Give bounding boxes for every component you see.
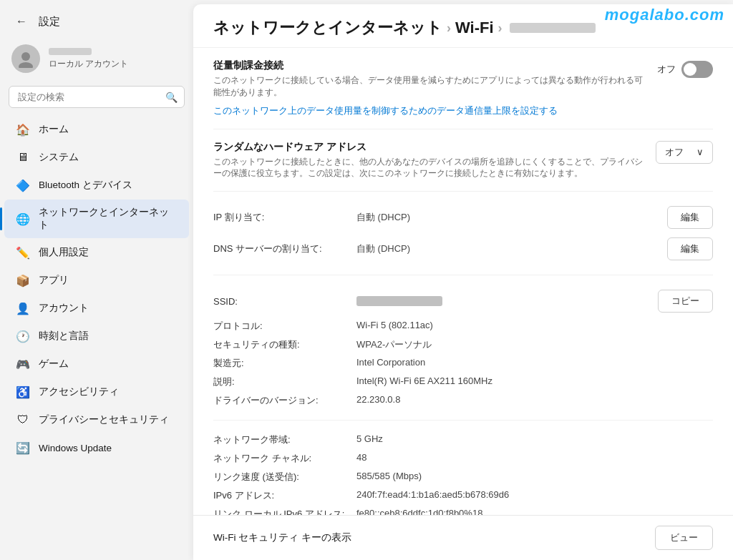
random-hw-dropdown[interactable]: オフ ∨: [656, 141, 713, 164]
bottom-bar: Wi-Fi セキュリティ キーの表示 ビュー: [193, 515, 733, 560]
sidebar-item-label: アカウント: [39, 302, 89, 315]
dns-assignment-value: 自動 (DHCP): [356, 242, 410, 255]
ssid-copy-button[interactable]: コピー: [658, 290, 713, 313]
description-value: Intel(R) Wi-Fi 6E AX211 160MHz: [356, 375, 713, 386]
dns-assignment-edit-button[interactable]: 編集: [667, 237, 713, 260]
user-info: ローカル アカウント: [49, 48, 128, 70]
dns-assignment-label: DNS サーバーの割り当て:: [213, 242, 356, 255]
toggle-knob: [684, 63, 696, 76]
svg-point-0: [21, 52, 30, 61]
sidebar-item-time[interactable]: 🕐 時刻と言語: [4, 323, 189, 350]
ip-assignment-section: IP 割り当て: 自動 (DHCP) 編集 DNS サーバーの割り当て: 自動 …: [213, 192, 713, 275]
sidebar-item-label: アプリ: [39, 274, 69, 287]
sidebar-item-label: 個人用設定: [39, 246, 89, 259]
sidebar-item-bluetooth[interactable]: 🔷 Bluetooth とデバイス: [4, 172, 189, 199]
ipv6-address-row: IPv6 アドレス: 240f:7f:ead4:1:b1a6:aed5:b678…: [213, 486, 713, 505]
sidebar-header: ← 設定: [0, 0, 193, 37]
protocol-row: プロトコル: Wi-Fi 5 (802.11ac): [213, 317, 713, 335]
update-icon: 🔄: [16, 441, 30, 455]
random-hw-desc: このネットワークに接続したときに、他の人があなたのデバイスの場所を追跡しにくくす…: [213, 156, 644, 180]
metered-toggle-label: オフ: [657, 63, 676, 76]
time-icon: 🕐: [16, 329, 30, 343]
sidebar-item-network[interactable]: 🌐 ネットワークとインターネット: [4, 200, 189, 238]
sidebar-nav: 🏠 ホーム 🖥 システム 🔷 Bluetooth とデバイス 🌐 ネットワークと…: [0, 115, 193, 462]
user-name-blurred: [49, 48, 92, 55]
manufacturer-label: 製造元:: [213, 357, 356, 370]
ssid-value: [356, 296, 442, 306]
chevron-down-icon: ∨: [696, 147, 704, 157]
sidebar-item-gaming[interactable]: 🎮 ゲーム: [4, 350, 189, 378]
ipv6-address-value: 240f:7f:ead4:1:b1a6:aed5:b678:69d6: [356, 489, 713, 500]
driver-version-label: ドライバーのバージョン:: [213, 394, 356, 407]
sidebar-item-accounts[interactable]: 👤 アカウント: [4, 295, 189, 322]
sidebar-item-label: ホーム: [39, 123, 69, 136]
network-channel-label: ネットワーク チャネル:: [213, 452, 356, 465]
ip-assignment-edit-button[interactable]: 編集: [667, 206, 713, 229]
sidebar-item-privacy[interactable]: 🛡 プライバシーとセキュリティ: [4, 406, 189, 433]
ssid-label: SSID:: [213, 296, 356, 307]
settings-title: 設定: [39, 15, 60, 29]
random-hw-section: ランダムなハードウェア アドレス このネットワークに接続したときに、他の人があな…: [213, 129, 713, 192]
manufacturer-row: 製造元: Intel Corporation: [213, 354, 713, 373]
link-speed-value: 585/585 (Mbps): [356, 471, 713, 481]
data-limit-link[interactable]: このネットワーク上のデータ使用量を制御するためのデータ通信量上限を設定する: [213, 104, 558, 117]
sidebar-item-label: Windows Update: [39, 443, 112, 453]
random-hw-label-block: ランダムなハードウェア アドレス このネットワークに接続したときに、他の人があな…: [213, 141, 644, 180]
apps-icon: 📦: [16, 273, 30, 288]
search-input[interactable]: [9, 86, 185, 108]
sidebar-item-label: ゲーム: [39, 358, 69, 370]
metered-title: 従量制課金接続: [213, 59, 646, 72]
network-band-label: ネットワーク帯域:: [213, 433, 356, 446]
protocol-label: プロトコル:: [213, 320, 356, 333]
content-body: 従量制課金接続 このネットワークに接続している場合、データ使用量を減らすためにア…: [193, 48, 733, 515]
security-label: セキュリティの種類:: [213, 338, 356, 351]
sidebar-item-personalization[interactable]: ✏️ 個人用設定: [4, 239, 189, 266]
sidebar-item-system[interactable]: 🖥 システム: [4, 144, 189, 171]
manufacturer-value: Intel Corporation: [356, 357, 713, 368]
wifi-security-label: Wi-Fi セキュリティ キーの表示: [213, 531, 351, 544]
network-info-section: SSID: コピー プロトコル: Wi-Fi 5 (802.11ac) セキュリ…: [213, 275, 713, 421]
random-hw-row: ランダムなハードウェア アドレス このネットワークに接続したときに、他の人があな…: [213, 141, 713, 180]
link-speed-row: リンク速度 (送受信): 585/585 (Mbps): [213, 468, 713, 486]
ip-assignment-label: IP 割り当て:: [213, 211, 356, 224]
ipv6-link-local-value: fe80::ceb8:6ddfc:1d0:f8b0%18: [356, 508, 713, 515]
sidebar-item-label: アクセシビリティ: [39, 385, 119, 398]
network-channel-row: ネットワーク チャネル: 48: [213, 449, 713, 468]
ipv6-link-local-row: リンク ローカル IPv6 アドレス: fe80::ceb8:6ddfc:1d0…: [213, 505, 713, 515]
metered-section: 従量制課金接続 このネットワークに接続している場合、データ使用量を減らすためにア…: [213, 48, 713, 129]
search-box: 🔍: [9, 86, 185, 108]
breadcrumb-blurred: [510, 23, 596, 33]
metered-row: 従量制課金接続 このネットワークに接続している場合、データ使用量を減らすためにア…: [213, 59, 713, 99]
sidebar-item-label: ネットワークとインターネット: [39, 206, 178, 232]
metered-label-block: 従量制課金接続 このネットワークに接続している場合、データ使用量を減らすためにア…: [213, 59, 646, 99]
gaming-icon: 🎮: [16, 357, 30, 371]
sidebar-item-accessibility[interactable]: ♿ アクセシビリティ: [4, 378, 189, 406]
network-band-row: ネットワーク帯域: 5 GHz: [213, 431, 713, 449]
network-details-section: ネットワーク帯域: 5 GHz ネットワーク チャネル: 48 リンク速度 (送…: [213, 421, 713, 515]
svg-point-1: [19, 62, 33, 68]
sidebar-item-windows-update[interactable]: 🔄 Windows Update: [4, 434, 189, 461]
security-row: セキュリティの種類: WPA2-パーソナル: [213, 335, 713, 354]
avatar: [11, 44, 40, 73]
search-icon: 🔍: [165, 92, 178, 103]
system-icon: 🖥: [16, 150, 30, 164]
metered-toggle[interactable]: [681, 61, 713, 78]
sidebar-item-apps[interactable]: 📦 アプリ: [4, 267, 189, 294]
wifi-security-view-button[interactable]: ビュー: [655, 526, 713, 550]
dropdown-label: オフ: [665, 146, 684, 159]
content-area: ネットワークとインターネット › Wi-Fi › 従量制課金接続 このネットワー…: [193, 4, 733, 560]
description-label: 説明:: [213, 375, 356, 388]
metered-toggle-container: オフ: [657, 61, 713, 78]
driver-version-row: ドライバーのバージョン: 22.230.0.8: [213, 391, 713, 410]
dns-assignment-row: DNS サーバーの割り当て: 自動 (DHCP) 編集: [213, 233, 713, 265]
bluetooth-icon: 🔷: [16, 178, 30, 192]
sidebar-item-label: Bluetooth とデバイス: [39, 179, 132, 192]
sidebar-item-home[interactable]: 🏠 ホーム: [4, 116, 189, 143]
user-section: ローカル アカウント: [0, 37, 193, 83]
back-button[interactable]: ←: [11, 11, 31, 31]
ip-assignment-value: 自動 (DHCP): [356, 211, 410, 224]
network-icon: 🌐: [16, 212, 30, 226]
accounts-icon: 👤: [16, 301, 30, 315]
link-speed-label: リンク速度 (送受信):: [213, 471, 356, 483]
network-band-value: 5 GHz: [356, 433, 713, 444]
